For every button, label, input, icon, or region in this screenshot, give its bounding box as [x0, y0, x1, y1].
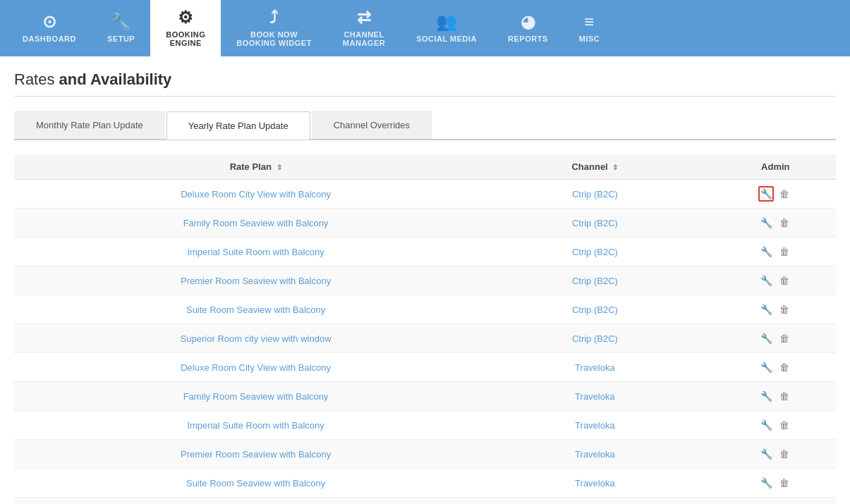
delete-button[interactable]: 🗑: [777, 446, 792, 462]
page-title: Rates and Availability: [14, 70, 836, 97]
row-index: [14, 469, 37, 498]
edit-button[interactable]: 🔧: [758, 215, 774, 231]
admin-cell: 🔧🗑: [715, 324, 836, 353]
edit-button[interactable]: 🔧: [758, 273, 774, 288]
nav-booking-widget-label: BOOK NOWBOOKING WIDGET: [236, 30, 312, 47]
delete-button[interactable]: 🗑: [777, 331, 792, 346]
rates-table: Rate Plan ⇕ Channel ⇕ Admin Deluxe Room …: [14, 154, 836, 504]
table-row: Superior - No BreakfastTraveloka🔧🗑: [14, 498, 836, 505]
page-title-availability: and Availability: [59, 70, 172, 88]
tab-monthly[interactable]: Monthly Rate Plan Update: [14, 111, 165, 139]
row-index: [14, 238, 37, 266]
table-row: Family Room Seaview with BalconyCtrip (B…: [14, 209, 836, 238]
delete-button[interactable]: 🗑: [777, 186, 792, 202]
table-row: Superior Room city view with windowCtrip…: [14, 324, 836, 353]
admin-icons-group: 🔧🗑: [727, 244, 825, 259]
nav-social-media[interactable]: 👥 SOCIAL MEDIA: [401, 0, 492, 56]
tabs-container: Monthly Rate Plan Update Yearly Rate Pla…: [14, 111, 836, 140]
misc-icon: ≡: [584, 13, 595, 30]
row-index: [14, 353, 37, 382]
admin-cell: 🔧🗑: [715, 411, 836, 440]
channel-cell: Ctrip (B2C): [475, 209, 715, 238]
nav-reports-label: REPORTS: [508, 35, 548, 43]
channel-cell: Ctrip (B2C): [475, 324, 715, 353]
table-row: Imperial Suite Room with BalconyCtrip (B…: [14, 238, 836, 266]
row-index: [14, 382, 37, 411]
nav-booking-engine-label: BOOKINGENGINE: [166, 30, 205, 47]
admin-icons-group: 🔧🗑: [727, 302, 825, 317]
edit-button[interactable]: 🔧: [758, 475, 774, 491]
rate-plan-cell: Imperial Suite Room with Balcony: [37, 411, 475, 440]
dashboard-icon: ⊙: [42, 13, 57, 30]
admin-cell: 🔧🗑: [715, 295, 836, 324]
channel-manager-icon: ⇄: [357, 9, 372, 26]
edit-button[interactable]: 🔧: [758, 417, 774, 433]
edit-button[interactable]: 🔧: [758, 359, 774, 375]
page-title-rates: Rates: [14, 70, 59, 88]
channel-cell: Traveloka: [475, 498, 715, 505]
channel-cell: Ctrip (B2C): [475, 266, 715, 295]
nav-booking-engine[interactable]: ⚙ BOOKINGENGINE: [150, 0, 221, 56]
admin-cell: 🔧🗑: [715, 382, 836, 411]
col-empty: [14, 154, 37, 180]
delete-button[interactable]: 🗑: [777, 359, 792, 375]
col-rate-plan[interactable]: Rate Plan ⇕: [37, 154, 475, 180]
row-index: [14, 209, 37, 238]
admin-icons-group: 🔧🗑: [727, 215, 825, 231]
rate-plan-cell: Premier Room Seaview with Balcony: [37, 440, 475, 469]
rate-plan-sort-icon: ⇕: [277, 164, 282, 171]
admin-icons-group: 🔧🗑: [727, 446, 825, 462]
table-header-row: Rate Plan ⇕ Channel ⇕ Admin: [14, 154, 836, 180]
rate-plan-cell: Deluxe Room City View with Balcony: [37, 180, 475, 209]
table-row: Deluxe Room City View with BalconyCtrip …: [14, 180, 836, 209]
page-content: Rates and Availability Monthly Rate Plan…: [0, 56, 850, 504]
rate-plan-cell: Superior - No Breakfast: [37, 498, 475, 505]
nav-setup-label: SETUP: [107, 35, 135, 43]
channel-cell: Ctrip (B2C): [475, 238, 715, 266]
table-row: Premier Room Seaview with BalconyTravelo…: [14, 440, 836, 469]
row-index: [14, 498, 37, 505]
rate-plan-cell: Imperial Suite Room with Balcony: [37, 238, 475, 266]
col-channel[interactable]: Channel ⇕: [475, 154, 715, 180]
nav-social-media-label: SOCIAL MEDIA: [416, 35, 477, 43]
table-row: Premier Room Seaview with BalconyCtrip (…: [14, 266, 836, 295]
edit-button[interactable]: 🔧: [758, 302, 774, 317]
nav-dashboard[interactable]: ⊙ DASHBOARD: [7, 0, 92, 56]
delete-button[interactable]: 🗑: [777, 215, 792, 231]
delete-button[interactable]: 🗑: [777, 273, 792, 288]
delete-button[interactable]: 🗑: [777, 244, 792, 259]
nav-booking-widget[interactable]: ⤴ BOOK NOWBOOKING WIDGET: [221, 0, 327, 56]
nav-channel-manager[interactable]: ⇄ CHANNELMANAGER: [327, 0, 401, 56]
nav-dashboard-label: DASHBOARD: [23, 35, 76, 43]
top-navigation: ⊙ DASHBOARD 🔧 SETUP ⚙ BOOKINGENGINE ⤴ BO…: [0, 0, 850, 56]
delete-button[interactable]: 🗑: [777, 417, 792, 433]
table-body: Deluxe Room City View with BalconyCtrip …: [14, 180, 836, 505]
admin-cell: 🔧🗑: [715, 209, 836, 238]
tab-yearly[interactable]: Yearly Rate Plan Update: [166, 111, 310, 140]
admin-icons-group: 🔧🗑: [727, 388, 825, 404]
admin-icons-group: 🔧🗑: [727, 273, 825, 288]
admin-icons-group: 🔧🗑: [727, 331, 825, 346]
nav-misc[interactable]: ≡ MISC: [564, 0, 616, 56]
delete-button[interactable]: 🗑: [777, 388, 792, 404]
edit-button[interactable]: 🔧: [758, 244, 774, 259]
delete-button[interactable]: 🗑: [777, 302, 792, 317]
edit-button[interactable]: 🔧: [758, 186, 774, 202]
channel-cell: Ctrip (B2C): [475, 295, 715, 324]
channel-sort-icon: ⇕: [612, 164, 618, 171]
rate-plan-cell: Family Room Seaview with Balcony: [37, 382, 475, 411]
edit-button[interactable]: 🔧: [758, 446, 774, 462]
delete-button[interactable]: 🗑: [777, 475, 792, 491]
admin-cell: 🔧🗑: [715, 180, 836, 209]
rate-plan-cell: Family Room Seaview with Balcony: [37, 209, 475, 238]
admin-icons-group: 🔧🗑: [727, 475, 825, 491]
edit-button[interactable]: 🔧: [758, 388, 774, 404]
table-row: Suite Room Seaview with BalconyCtrip (B2…: [14, 295, 836, 324]
row-index: [14, 440, 37, 469]
col-admin: Admin: [715, 154, 836, 180]
nav-reports[interactable]: ◕ REPORTS: [492, 0, 564, 56]
edit-button[interactable]: 🔧: [758, 331, 774, 346]
channel-cell: Traveloka: [475, 353, 715, 382]
nav-setup[interactable]: 🔧 SETUP: [92, 0, 150, 56]
tab-channel-overrides[interactable]: Channel Overrides: [312, 111, 432, 139]
